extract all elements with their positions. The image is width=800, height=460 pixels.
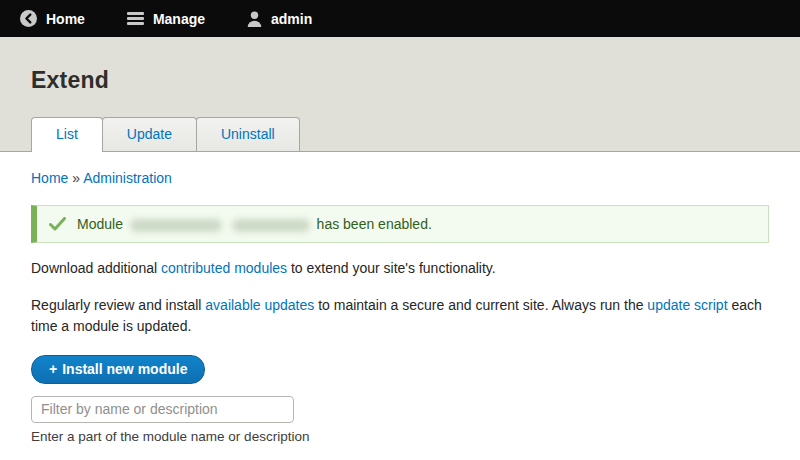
toolbar-item-admin[interactable]: admin bbox=[233, 0, 326, 37]
available-updates-link[interactable]: available updates bbox=[205, 297, 314, 313]
install-button-label: Install new module bbox=[62, 361, 187, 377]
admin-toolbar: Home Manage admin bbox=[0, 0, 800, 37]
checkmark-icon bbox=[49, 217, 66, 231]
breadcrumb: Home » Administration bbox=[31, 170, 769, 186]
toolbar-item-home[interactable]: Home bbox=[6, 0, 99, 37]
toolbar-item-label: Home bbox=[46, 11, 85, 27]
filter-row: Enter a part of the module name or descr… bbox=[31, 396, 769, 444]
page-header: Extend List Update Uninstall bbox=[0, 37, 800, 152]
update-note-paragraph: Regularly review and install available u… bbox=[31, 295, 769, 338]
tab-list[interactable]: List bbox=[31, 117, 103, 152]
toolbar-item-manage[interactable]: Manage bbox=[113, 0, 219, 37]
filter-help-text: Enter a part of the module name or descr… bbox=[31, 429, 769, 444]
breadcrumb-link-administration[interactable]: Administration bbox=[83, 170, 172, 186]
tab-uninstall[interactable]: Uninstall bbox=[196, 117, 300, 151]
update-note-text: Regularly review and install bbox=[31, 297, 201, 313]
toolbar-item-label: Manage bbox=[153, 11, 205, 27]
user-icon bbox=[247, 11, 262, 27]
update-script-link[interactable]: update script bbox=[647, 297, 727, 313]
install-new-module-button[interactable]: + Install new module bbox=[31, 355, 205, 384]
intro-paragraph: Download additional contributed modules … bbox=[31, 258, 769, 280]
status-message-prefix: Module bbox=[77, 216, 123, 232]
breadcrumb-link-home[interactable]: Home bbox=[31, 170, 68, 186]
primary-tabs: List Update Uninstall bbox=[31, 117, 300, 151]
main-content: Home » Administration Module has been en… bbox=[0, 170, 800, 444]
toolbar-item-label: admin bbox=[271, 11, 312, 27]
update-note-text: to maintain a secure and current site. A… bbox=[318, 297, 643, 313]
intro-text: Download additional bbox=[31, 260, 157, 276]
back-to-site-icon bbox=[20, 10, 37, 27]
redacted-module-name bbox=[130, 219, 222, 232]
intro-text: to extend your site's functionality. bbox=[291, 260, 496, 276]
redacted-module-name bbox=[232, 219, 310, 232]
page-title: Extend bbox=[0, 37, 800, 94]
menu-icon bbox=[127, 10, 144, 27]
breadcrumb-separator: » bbox=[72, 170, 80, 186]
contributed-modules-link[interactable]: contributed modules bbox=[161, 260, 287, 276]
plus-icon: + bbox=[49, 361, 57, 377]
status-message-text: Module has been enabled. bbox=[77, 216, 432, 232]
tab-update[interactable]: Update bbox=[102, 117, 197, 151]
status-message-suffix: has been enabled. bbox=[317, 216, 432, 232]
status-message: Module has been enabled. bbox=[31, 205, 769, 243]
filter-input[interactable] bbox=[31, 396, 294, 423]
